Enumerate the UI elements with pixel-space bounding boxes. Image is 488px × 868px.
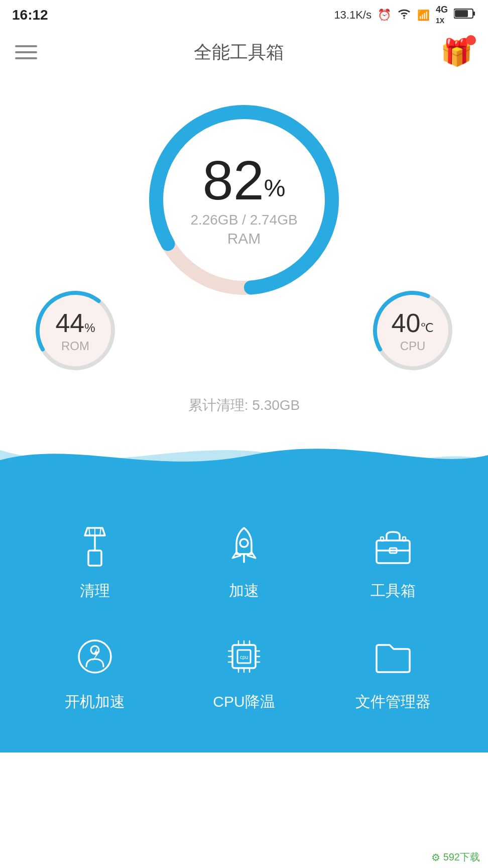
svg-text:cpu: cpu xyxy=(240,655,248,660)
clock-icon: ⏰ xyxy=(378,9,391,22)
wave-separator xyxy=(0,430,488,490)
svg-rect-1 xyxy=(473,12,475,16)
toolbox-label: 工具箱 xyxy=(371,581,416,601)
gift-badge xyxy=(466,35,476,45)
svg-rect-11 xyxy=(88,551,101,566)
svg-rect-22 xyxy=(403,537,406,541)
rom-circle[interactable]: 44% ROM xyxy=(30,285,120,376)
cpu-info: 40℃ CPU xyxy=(392,308,434,353)
svg-point-16 xyxy=(240,539,248,547)
watermark: ⚙ 592下载 xyxy=(423,846,488,868)
svg-rect-2 xyxy=(455,10,468,17)
rocket-icon xyxy=(219,520,269,571)
boot-icon xyxy=(70,631,120,682)
cpu-percent: 40 xyxy=(392,308,421,338)
cpu-cool-label: CPU降温 xyxy=(213,692,275,712)
status-time: 16:12 xyxy=(12,7,48,23)
rom-info: 44% ROM xyxy=(55,308,95,353)
main-content: 82% 2.26GB / 2.74GB RAM 44% ROM xyxy=(0,74,488,430)
file-manager-label: 文件管理器 xyxy=(355,692,431,712)
svg-rect-21 xyxy=(381,537,384,541)
wifi-icon xyxy=(397,8,411,22)
clean-icon xyxy=(70,520,120,571)
ram-label: RAM xyxy=(190,230,297,247)
speed-label: 加速 xyxy=(229,581,259,601)
ram-percent-sign: % xyxy=(264,175,286,201)
svg-line-15 xyxy=(100,528,101,535)
cpu-unit: ℃ xyxy=(420,321,434,335)
ram-circle-container[interactable]: 82% 2.26GB / 2.74GB RAM xyxy=(0,94,488,305)
toolbox-icon xyxy=(368,520,418,571)
menu-item-file-manager[interactable]: 文件管理器 xyxy=(319,631,468,712)
network-type-icon: 4G1X xyxy=(436,5,448,26)
cpu-icon: cpu xyxy=(219,631,269,682)
ram-info: 82% 2.26GB / 2.74GB RAM xyxy=(190,153,297,247)
ram-percent-value: 82 xyxy=(202,149,264,211)
top-bar: 全能工具箱 🎁 xyxy=(0,30,488,74)
menu-item-clean[interactable]: 清理 xyxy=(20,520,169,601)
menu-item-boot-speed[interactable]: 开机加速 xyxy=(20,631,169,712)
rom-label: ROM xyxy=(55,339,95,353)
rom-percent: 44 xyxy=(55,308,84,338)
menu-item-speed[interactable]: 加速 xyxy=(169,520,318,601)
svg-line-13 xyxy=(89,528,90,535)
status-bar: 16:12 13.1K/s ⏰ 📶 4G1X xyxy=(0,0,488,30)
bottom-section: 清理 加速 xyxy=(0,490,488,752)
clean-info: 累计清理: 5.30GB xyxy=(0,396,488,430)
svg-rect-18 xyxy=(377,540,410,563)
status-icons: 13.1K/s ⏰ 📶 4G1X xyxy=(334,5,476,26)
ram-circle[interactable]: 82% 2.26GB / 2.74GB RAM xyxy=(139,94,349,305)
gift-button[interactable]: 🎁 xyxy=(440,37,473,68)
menu-item-toolbox[interactable]: 工具箱 xyxy=(319,520,468,601)
boot-speed-label: 开机加速 xyxy=(65,692,125,712)
watermark-text: 592下载 xyxy=(443,850,480,864)
ram-percent-display: 82% xyxy=(190,153,297,208)
rom-unit: % xyxy=(84,321,95,335)
clean-label: 清理 xyxy=(80,581,110,601)
folder-icon xyxy=(368,631,418,682)
menu-item-cpu-cool[interactable]: cpu xyxy=(169,631,318,712)
cpu-circle[interactable]: 40℃ CPU xyxy=(368,285,458,376)
app-title: 全能工具箱 xyxy=(194,40,284,65)
cpu-label: CPU xyxy=(392,339,434,353)
small-circles-row: 44% ROM 40℃ CPU xyxy=(0,285,488,376)
speed-indicator: 13.1K/s xyxy=(334,9,372,22)
signal-icon: 📶 xyxy=(417,9,430,21)
watermark-icon: ⚙ xyxy=(431,851,440,863)
menu-button[interactable] xyxy=(15,45,37,59)
battery-icon xyxy=(454,8,476,22)
menu-grid: 清理 加速 xyxy=(0,520,488,712)
ram-detail: 2.26GB / 2.74GB xyxy=(190,212,297,228)
